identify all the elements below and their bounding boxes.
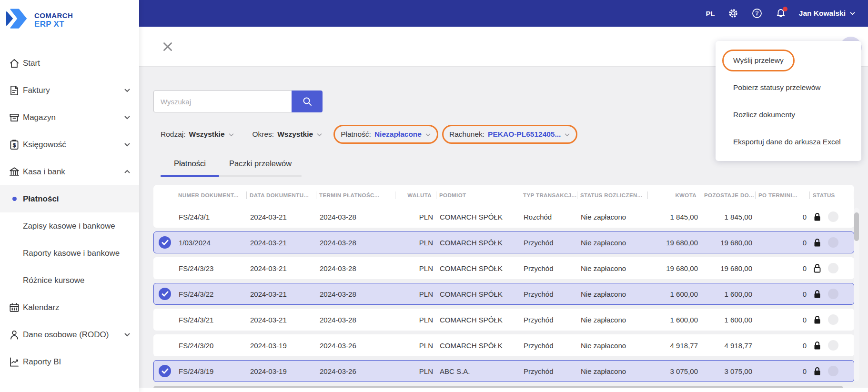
lock-closed-icon (813, 212, 821, 221)
help-icon[interactable] (751, 8, 763, 19)
topbar: PL Jan Kowalski (139, 0, 868, 27)
column-header-status[interactable]: STATUS (810, 185, 854, 206)
cell-typ: Przychód (521, 283, 578, 304)
menu-item-pobierz-statusy-przelewow[interactable]: Pobierz statusy przelewów (716, 74, 861, 101)
tab-paczki-przelewow[interactable]: Paczki przelewów (219, 159, 302, 175)
cell-podmiot: COMARCH SPÓŁKA (437, 283, 521, 304)
table-header: NUMER DOKUMENT...DATA DOKUMENTU...TERMIN… (153, 185, 854, 206)
close-icon (161, 40, 174, 53)
sidebar-item-kasa-i-bank[interactable]: Kasa i bank (0, 158, 139, 185)
cell-po_terminie: 0 (756, 206, 810, 227)
cell-waluta: PLN (396, 206, 437, 227)
column-header-numer[interactable]: NUMER DOKUMENT... (175, 185, 247, 206)
sidebar-item-label: Magazyn (23, 112, 124, 122)
sidebar-item-dane-osobowe-rodo[interactable]: Dane osobowe (RODO) (0, 321, 139, 348)
table-row[interactable]: FS/24/3/192024-03-192024-03-26PLNABC S.A… (153, 360, 854, 382)
user-menu[interactable]: Jan Kowalski (799, 9, 856, 18)
menu-item-eksportuj-dane-do-arkusza-excel[interactable]: Eksportuj dane do arkusza Excel (716, 128, 861, 155)
table-row[interactable]: FS/24/3/212024-03-212024-03-28PLNCOMARCH… (153, 309, 854, 331)
tab-underline-track (161, 175, 302, 177)
cell-pozostaje: 3 075,00 (702, 361, 756, 382)
filter-rachunek[interactable]: Rachunek: PEKAO-PL6512405... (442, 125, 577, 144)
column-header-waluta[interactable]: WALUTA (395, 185, 436, 206)
notification-dot (783, 7, 787, 11)
check-icon (161, 291, 169, 297)
sidebar-item-zapisy-kasowe-i-bankowe[interactable]: Zapisy kasowe i bankowe (0, 212, 139, 240)
column-header-pozostaje[interactable]: POZOSTAJE DO... (701, 185, 756, 206)
status-toggle[interactable] (828, 289, 838, 299)
language-selector[interactable]: PL (706, 10, 715, 18)
cell-status (810, 283, 855, 304)
sidebar-item-magazyn[interactable]: Magazyn (0, 104, 139, 131)
box-icon (8, 111, 20, 124)
tabs: PłatnościPaczki przelewów (161, 159, 868, 175)
search-input[interactable] (153, 90, 292, 112)
brand-logo[interactable]: COMARCH ERP XT (0, 0, 139, 50)
column-header-typ[interactable]: TYP TRANSAKCJ... (520, 185, 577, 206)
sidebar-item-platnosci[interactable]: Płatności (0, 185, 139, 212)
table-row[interactable]: FS/24/3/12024-03-212024-03-28PLNCOMARCH … (153, 206, 854, 228)
filter-okres[interactable]: Okres: Wszystkie (245, 125, 330, 144)
column-header-data_dok[interactable]: DATA DOKUMENTU... (247, 185, 316, 206)
filter-rodzaj[interactable]: Rodzaj: Wszystkie (153, 125, 242, 144)
menu-item-rozlicz-dokumenty[interactable]: Rozlicz dokumenty (716, 101, 861, 128)
sidebar-item-start[interactable]: Start (0, 50, 139, 77)
chevron-down-icon (316, 133, 323, 137)
bottom-strip (139, 388, 868, 392)
cell-pozostaje: 19 680,00 (702, 232, 756, 253)
column-header-podmiot[interactable]: PODMIOT (436, 185, 520, 206)
home-icon (8, 57, 20, 70)
brand-name: COMARCH ERP XT (34, 9, 73, 29)
cell-data_dok: 2024-03-19 (247, 361, 317, 382)
table-row[interactable]: FS/24/3/202024-03-192024-03-26PLNCOMARCH… (153, 334, 854, 356)
sidebar-item-raporty-kasowe-i-bankowe[interactable]: Raporty kasowe i bankowe (0, 240, 139, 267)
cell-status_rozl: Nie zapłacono (578, 258, 648, 279)
vertical-scrollbar-thumb[interactable] (854, 212, 859, 241)
status-toggle[interactable] (828, 314, 838, 325)
column-header-check[interactable] (153, 185, 175, 206)
sidebar-item-label: Raporty kasowe i bankowe (23, 248, 124, 258)
row-checkbox[interactable] (159, 365, 171, 377)
row-checkbox[interactable] (159, 236, 171, 249)
search-button[interactable] (292, 90, 323, 112)
sidebar-item-label: Faktury (23, 85, 124, 95)
column-header-kwota[interactable]: KWOTA (648, 185, 701, 206)
lock-closed-icon (813, 238, 821, 247)
cell-data_dok: 2024-03-21 (247, 232, 317, 253)
settings-gear-icon[interactable] (727, 8, 739, 19)
table-row[interactable]: FS/24/3/222024-03-212024-03-28PLNCOMARCH… (153, 283, 854, 305)
sidebar-item-kalendarz[interactable]: Kalendarz (0, 294, 139, 321)
cell-kwota: 4 918,77 (648, 335, 702, 356)
sidebar-item-roznice-kursowe[interactable]: Różnice kursowe (0, 267, 139, 294)
table-row[interactable]: FS/24/3/232024-03-212024-03-28PLNCOMARCH… (153, 257, 854, 279)
person-icon (8, 329, 20, 341)
row-checkbox[interactable] (159, 288, 171, 300)
nav-icon-slot (6, 57, 23, 70)
menu-item-label: Pobierz statusy przelewów (733, 83, 821, 92)
cell-numer: FS/24/3/21 (176, 309, 247, 330)
status-toggle[interactable] (828, 263, 838, 273)
sidebar-item-faktury[interactable]: Faktury (0, 77, 139, 104)
nav-icon-slot (6, 197, 23, 201)
column-header-po_terminie[interactable]: PO TERMINI... (756, 185, 810, 206)
cell-termin: 2024-03-26 (317, 361, 396, 382)
sidebar-item-raporty-bi[interactable]: Raporty BI (0, 348, 139, 375)
cell-status (810, 361, 855, 382)
cell-pozostaje: 1 845,00 (702, 206, 756, 227)
bank-icon (8, 166, 20, 178)
cell-status (810, 335, 855, 356)
tab-platnosci[interactable]: Płatności (161, 159, 219, 175)
filter-platnosc[interactable]: Płatność: Niezapłacone (333, 125, 438, 144)
menu-item-wyslij-przelewy[interactable]: Wyślij przelewy (716, 47, 861, 74)
notifications-bell-icon[interactable] (775, 8, 787, 19)
vertical-scrollbar[interactable] (854, 208, 859, 381)
column-header-termin[interactable]: TERMIN PŁATNOŚC... (316, 185, 395, 206)
status-toggle[interactable] (828, 211, 838, 222)
sidebar-item-ksiegowosc[interactable]: Księgowość (0, 131, 139, 158)
status-toggle[interactable] (828, 340, 838, 351)
status-toggle[interactable] (828, 366, 838, 376)
status-toggle[interactable] (828, 237, 838, 248)
close-button[interactable] (161, 40, 174, 53)
table-row[interactable]: 1/03/20242024-03-212024-03-28PLNCOMARCH … (153, 231, 854, 253)
column-header-status_rozl[interactable]: STATUS ROZLICZEN... (577, 185, 648, 206)
